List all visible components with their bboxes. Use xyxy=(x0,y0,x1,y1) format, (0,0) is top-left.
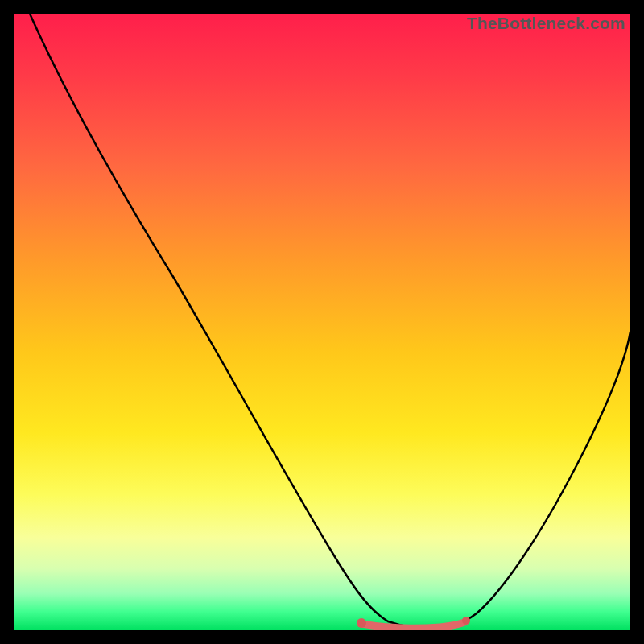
curve-layer xyxy=(14,14,630,630)
chart-frame: TheBottleneck.com xyxy=(0,0,644,644)
minimum-highlight xyxy=(361,622,464,628)
left-curve xyxy=(30,14,432,629)
minimum-start-dot xyxy=(357,618,366,628)
right-curve xyxy=(432,332,630,629)
plot-area: TheBottleneck.com xyxy=(14,14,630,630)
minimum-end-dot xyxy=(462,617,470,625)
